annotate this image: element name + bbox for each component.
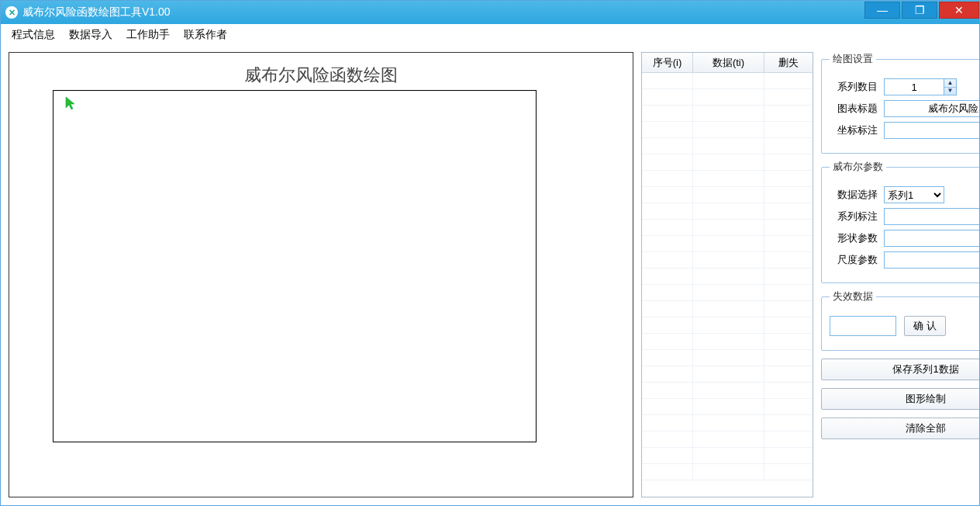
plot-settings-legend: 绘图设置 (830, 52, 876, 66)
failure-data-input[interactable] (830, 316, 896, 336)
window-title: 威布尔风险函数绘图工具V1.00 (22, 5, 171, 19)
chart-title-input[interactable] (884, 100, 980, 117)
app-icon: ✕ (5, 6, 18, 19)
table-row[interactable] (642, 285, 813, 301)
chart-title-label: 图表标题 (830, 102, 878, 116)
draw-button[interactable]: 图形绘制 (821, 388, 980, 410)
series-count-spinner[interactable]: ▲ ▼ (884, 78, 957, 95)
table-row[interactable] (642, 236, 813, 252)
table-row[interactable] (642, 154, 813, 171)
table-row[interactable] (642, 122, 813, 138)
col-header-delete[interactable]: 删失 (764, 53, 813, 72)
data-grid: 序号(i) 数据(ti) 删失 (641, 52, 813, 497)
failure-data-legend: 失效数据 (830, 289, 876, 303)
table-row[interactable] (642, 399, 813, 415)
axis-label-label: 坐标标注 (830, 123, 878, 137)
table-row[interactable] (642, 89, 813, 106)
table-row[interactable] (642, 203, 813, 220)
plot-settings-group: 绘图设置 系列数目 ▲ ▼ 图表标题 坐标标注 (821, 52, 980, 154)
series-label-input[interactable] (884, 208, 980, 225)
series-count-input[interactable] (884, 78, 944, 95)
save-series-button[interactable]: 保存系列1数据 (821, 359, 980, 380)
table-row[interactable] (642, 187, 813, 203)
table-row[interactable] (642, 73, 813, 89)
grid-body[interactable] (642, 73, 813, 497)
col-header-index[interactable]: 序号(i) (642, 53, 693, 72)
table-row[interactable] (642, 220, 813, 236)
table-row[interactable] (642, 269, 813, 285)
close-button[interactable]: ✕ (939, 2, 979, 19)
table-row[interactable] (642, 464, 813, 480)
clear-all-button[interactable]: 清除全部 (821, 418, 980, 439)
table-row[interactable] (642, 350, 813, 366)
shape-param-input[interactable] (884, 230, 980, 247)
menu-work-assistant[interactable]: 工作助手 (126, 28, 170, 42)
table-row[interactable] (642, 334, 813, 350)
table-row[interactable] (642, 431, 813, 448)
confirm-button[interactable]: 确 认 (904, 316, 946, 336)
table-row[interactable] (642, 301, 813, 317)
table-row[interactable] (642, 317, 813, 334)
menubar: 程式信息 数据导入 工作助手 联系作者 (1, 24, 979, 46)
minimize-button[interactable]: — (864, 2, 900, 19)
weibull-params-group: 威布尔参数 数据选择 系列1 系列标注 形状参数 尺度参数 (821, 160, 980, 283)
table-row[interactable] (642, 171, 813, 187)
scale-param-input[interactable] (884, 251, 980, 269)
series-label-label: 系列标注 (830, 210, 878, 224)
series-count-label: 系列数目 (830, 80, 878, 94)
maximize-button[interactable]: ❐ (902, 2, 937, 19)
menu-program-info[interactable]: 程式信息 (12, 28, 55, 42)
table-row[interactable] (642, 138, 813, 154)
table-row[interactable] (642, 252, 813, 269)
side-panel: 绘图设置 系列数目 ▲ ▼ 图表标题 坐标标注 (821, 52, 980, 497)
weibull-params-legend: 威布尔参数 (830, 160, 886, 174)
axis-label-input[interactable] (884, 122, 980, 139)
data-select-dropdown[interactable]: 系列1 (884, 186, 944, 203)
col-header-data[interactable]: 数据(ti) (693, 53, 764, 72)
table-row[interactable] (642, 448, 813, 464)
scale-param-label: 尺度参数 (830, 253, 878, 267)
chart-panel: 威布尔风险函数绘图 (9, 52, 633, 497)
chart-title: 威布尔风险函数绘图 (9, 64, 633, 87)
table-row[interactable] (642, 366, 813, 383)
data-select-label: 数据选择 (830, 188, 878, 202)
menu-contact-author[interactable]: 联系作者 (184, 28, 227, 42)
spin-up-icon[interactable]: ▲ (944, 79, 956, 88)
window-buttons: — ❐ ✕ (864, 1, 979, 24)
menu-data-import[interactable]: 数据导入 (69, 28, 112, 42)
failure-data-group: 失效数据 确 认 (821, 289, 980, 351)
table-row[interactable] (642, 415, 813, 431)
chart-plot-area (53, 90, 537, 442)
grid-header: 序号(i) 数据(ti) 删失 (642, 53, 813, 73)
shape-param-label: 形状参数 (830, 231, 878, 245)
table-row[interactable] (642, 383, 813, 399)
spin-down-icon[interactable]: ▼ (944, 88, 956, 95)
table-row[interactable] (642, 106, 813, 122)
titlebar: ✕ 威布尔风险函数绘图工具V1.00 — ❐ ✕ (1, 1, 979, 24)
